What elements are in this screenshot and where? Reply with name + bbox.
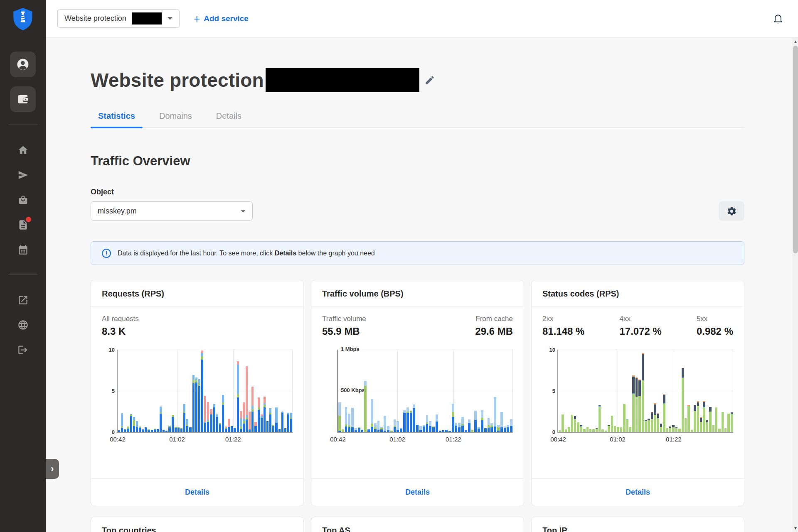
bar-segment-2xx-green <box>577 422 579 432</box>
bar-segment-green <box>452 412 454 417</box>
bar-segment-blue <box>510 426 512 432</box>
chart-bar <box>645 350 647 432</box>
scroll-down-arrow-icon[interactable]: ▼ <box>792 524 798 532</box>
bar-segment-blue <box>474 420 477 432</box>
chart-bar <box>682 350 684 432</box>
bar-segment-blue <box>201 360 203 432</box>
sidebar-item-marketplace[interactable] <box>17 194 29 206</box>
chart-bar <box>222 350 224 432</box>
bar-segment-blue <box>445 430 448 432</box>
chart-bar <box>338 350 341 432</box>
sidebar-item-external-link[interactable] <box>17 294 29 306</box>
sidebar-item-home[interactable] <box>17 144 29 156</box>
stat-value: 17.072 % <box>619 326 661 337</box>
chart-bar <box>629 350 631 432</box>
chart-bar <box>275 350 277 432</box>
bar-segment-lightblue <box>160 407 162 412</box>
bar-segment-lightblue <box>290 413 292 418</box>
status-codes-chart: 105000:4201:0201:22 <box>542 350 733 433</box>
bar-segment-blue <box>160 414 162 432</box>
chart-bar <box>474 350 477 432</box>
chart-bar <box>488 350 490 432</box>
chart-bar <box>419 350 422 432</box>
chart-bar <box>718 350 720 432</box>
add-service-button[interactable]: + Add service <box>194 13 249 24</box>
bar-segment-2xx-green <box>669 428 671 432</box>
bar-segment-blue <box>507 427 509 432</box>
notifications-bell-button[interactable] <box>772 13 784 25</box>
status-details-link[interactable]: Details <box>626 488 650 497</box>
stat-label: 5xx <box>697 315 733 323</box>
object-select[interactable]: misskey.pm <box>91 201 253 221</box>
chart-bar <box>592 350 594 432</box>
scrollbar-thumb[interactable] <box>793 46 798 253</box>
sidebar-item-send[interactable] <box>17 169 29 181</box>
sidebar-item-calendar[interactable] <box>17 243 29 256</box>
vertical-scrollbar[interactable]: ▲ ▼ <box>792 37 798 532</box>
app-logo-shield-icon[interactable] <box>11 7 34 32</box>
y-axis-tick-label: 0 <box>552 429 555 435</box>
traffic-details-link[interactable]: Details <box>405 488 430 497</box>
tab-domains[interactable]: Domains <box>152 111 200 127</box>
sidebar-item-documents[interactable] <box>17 218 29 231</box>
chart-bar <box>290 350 292 432</box>
chart-bar <box>494 350 496 432</box>
requests-details-link[interactable]: Details <box>185 488 209 497</box>
tab-statistics[interactable]: Statistics <box>91 111 143 127</box>
bar-segment-pink <box>258 397 260 407</box>
account-button[interactable] <box>10 51 36 77</box>
service-selector[interactable]: Website protection <box>57 9 180 28</box>
bar-segment-blue <box>284 428 286 432</box>
bar-segment-blue <box>345 427 347 432</box>
sidebar-divider <box>8 125 37 125</box>
card-title: Top AS <box>311 517 524 532</box>
chart-bar <box>287 350 289 432</box>
bar-segment-2xx-green <box>666 428 668 432</box>
bar-segment-2xx-green <box>727 414 729 432</box>
bar-segment-2xx-green <box>632 394 634 432</box>
scroll-up-arrow-icon[interactable]: ▲ <box>792 37 798 46</box>
redacted-service-name <box>266 68 419 92</box>
bar-segment-blue <box>338 431 341 432</box>
chart-bar <box>148 350 150 432</box>
chart-bar <box>580 350 582 432</box>
bar-segment-2xx-green <box>608 426 610 432</box>
tab-details[interactable]: Details <box>209 111 249 127</box>
x-axis-tick-label: 01:02 <box>610 436 626 443</box>
requests-card: Requests (RPS) All requests 8.3 K 105000… <box>91 280 304 506</box>
sidebar-item-logout[interactable] <box>17 343 29 356</box>
chart-bar <box>727 350 729 432</box>
bar-segment-lightblue <box>403 410 406 413</box>
traffic-volume-card: Traffic volume (BPS) Traffic volume 55.9… <box>311 280 524 506</box>
external-link-icon <box>17 294 29 306</box>
bar-segment-4xx-dark <box>709 407 711 412</box>
edit-title-button[interactable] <box>424 75 435 86</box>
bar-segment-blue <box>246 419 248 432</box>
bar-segment-4xx-dark <box>697 402 699 406</box>
wallet-button[interactable] <box>10 86 36 112</box>
bar-segment-2xx-green <box>598 407 601 432</box>
chart-bar <box>342 350 344 432</box>
chart-bar <box>413 350 415 432</box>
notification-dot <box>26 217 31 222</box>
bar-segment-2xx-green <box>571 415 573 432</box>
bar-segment-lightblue <box>426 415 429 422</box>
bar-segment-2xx-green <box>663 404 665 432</box>
bar-segment-blue <box>448 431 451 432</box>
bar-segment-lightblue <box>384 416 386 431</box>
sidebar-expand-button[interactable]: › <box>46 459 59 479</box>
chart-bar <box>348 350 350 432</box>
x-axis-tick-label: 01:22 <box>225 436 241 443</box>
chart-bar <box>416 350 419 432</box>
sidebar-item-language[interactable] <box>17 319 29 331</box>
bar-segment-lightblue <box>455 423 458 426</box>
chart-bar <box>589 350 591 432</box>
chart-settings-button[interactable] <box>719 201 744 221</box>
bar-segment-2xx-green <box>657 418 659 432</box>
chart-plot: 105000:4201:0201:22 <box>557 350 733 433</box>
bar-segment-blue <box>222 405 224 432</box>
bar-segment-blue <box>145 427 147 432</box>
bar-segment-green <box>342 429 344 432</box>
chart-bar <box>571 350 573 432</box>
y-axis-tick-label: 5 <box>552 388 555 394</box>
